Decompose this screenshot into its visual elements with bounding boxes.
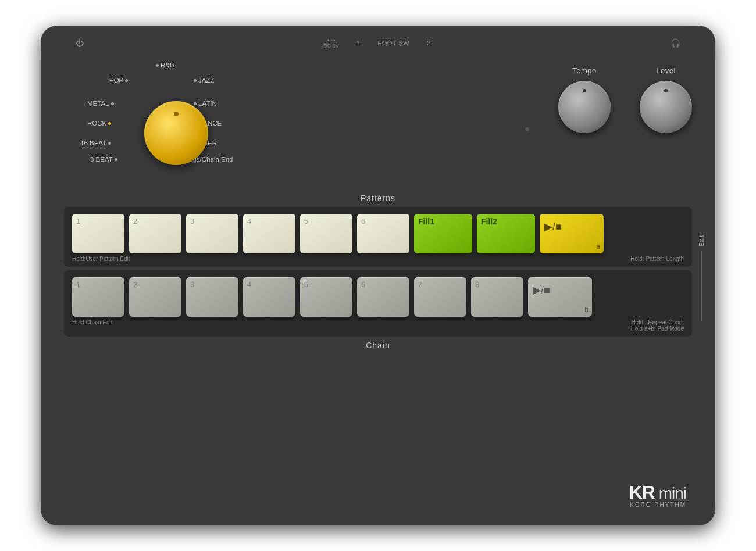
chain-btn-2[interactable]: 2 (129, 277, 181, 317)
patterns-label-text: Patterns (361, 194, 395, 203)
hold-right-info: Hold : Repeat Count Hold a+b: Pad Mode (631, 319, 684, 332)
button-rows-wrapper: 1 2 3 4 5 6 (64, 207, 692, 350)
btn-6-label: 6 (361, 217, 365, 226)
hold-pad-mode-label: Hold a+b: Pad Mode (631, 325, 684, 332)
power-icon: ⏻ (76, 38, 84, 48)
pattern-btn-4[interactable]: 4 (243, 214, 295, 253)
style-dot-jazz (194, 79, 197, 82)
play-stop-a-button[interactable]: ▶/■ a (540, 214, 604, 253)
hold-repeat-label: Hold : Repeat Count (631, 319, 684, 325)
style-selector: R&B POP JAZZ METAL L (64, 60, 262, 183)
chain-3-label: 3 (190, 280, 194, 289)
chain-btn-3[interactable]: 3 (186, 277, 238, 317)
top-edge: ⏻ ⬧⊸⬧ DC 9V 1 FOOT SW 2 🎧 (41, 26, 715, 55)
fill2-label: Fill2 (481, 217, 497, 226)
level-knob[interactable] (640, 81, 692, 133)
chain-1-label: 1 (76, 280, 80, 289)
hold-chain-label: Hold:Chain Edit (72, 319, 112, 332)
dc-label: ⬧⊸⬧ DC 9V (323, 37, 339, 49)
chain-7-label: 7 (418, 280, 422, 289)
pattern-btn-5[interactable]: 5 (300, 214, 352, 253)
chain-4-label: 4 (247, 280, 251, 289)
btn-1-label: 1 (76, 217, 80, 226)
hold-pattern-length-label: Hold: Pattern Length (630, 256, 684, 262)
pattern-btn-2[interactable]: 2 (129, 214, 181, 253)
chain-row-container: 1 2 3 4 5 6 (64, 270, 692, 337)
logo-mini-text: mini (655, 484, 686, 502)
style-label-16beat: 16 BEAT (80, 139, 113, 146)
tempo-knob[interactable] (558, 81, 611, 133)
style-label-pop: POP (109, 77, 130, 84)
patterns-row-a-info: Hold:User Pattern Edit Hold: Pattern Len… (72, 256, 684, 262)
device-body: ⏻ ⬧⊸⬧ DC 9V 1 FOOT SW 2 🎧 R&B (41, 26, 715, 525)
style-dot-rnb (156, 64, 159, 67)
logo-kr-text: KR mini (629, 483, 686, 502)
style-label-rnb: R&B (154, 62, 174, 69)
chain-row-b-info: Hold:Chain Edit Hold : Repeat Count Hold… (72, 319, 684, 332)
exit-area: Exit (698, 234, 705, 323)
pattern-btn-3[interactable]: 3 (186, 214, 238, 253)
btn-5-label: 5 (304, 217, 308, 226)
chain-btn-5[interactable]: 5 (300, 277, 352, 317)
play-stop-b-sublabel: b (584, 306, 589, 314)
fill2-button[interactable]: Fill2 (477, 214, 535, 253)
chain-btn-7[interactable]: 7 (414, 277, 466, 317)
style-knob[interactable] (144, 101, 208, 165)
fill1-label: Fill1 (418, 217, 434, 226)
chain-btn-8[interactable]: 8 (471, 277, 523, 317)
footsw-1-label: 1 (356, 40, 361, 46)
dc-connector-icon: ⬧⊸⬧ (327, 37, 336, 43)
play-stop-b-icon: ▶/■ (533, 284, 550, 296)
btn-3-label: 3 (190, 217, 194, 226)
chain-6-label: 6 (361, 280, 365, 289)
chain-btn-6[interactable]: 6 (357, 277, 409, 317)
style-label-latin: LATIN (192, 100, 217, 107)
chain-section-label: Chain (64, 340, 692, 350)
chain-2-label: 2 (133, 280, 137, 289)
hold-user-pattern-label: Hold:User Pattern Edit (72, 256, 130, 262)
style-knob-area: R&B POP JAZZ METAL L (64, 60, 262, 177)
footsw-2-label: 2 (427, 40, 431, 46)
level-label: Level (656, 66, 676, 75)
style-label-rock: ROCK (87, 120, 113, 127)
footsw-label: FOOT SW (377, 40, 409, 46)
btn-2-label: 2 (133, 217, 137, 226)
logo-subtitle: KORG RHYTHM (629, 502, 686, 508)
play-stop-a-icon: ▶/■ (544, 220, 562, 233)
chain-5-label: 5 (304, 280, 308, 289)
logo-kr-letters: KR (629, 482, 655, 503)
chain-btn-4[interactable]: 4 (243, 277, 295, 317)
logo-area: KR mini KORG RHYTHM (629, 483, 686, 508)
style-label-jazz: JAZZ (192, 77, 214, 84)
chain-row-b: 1 2 3 4 5 6 (72, 277, 684, 317)
patterns-row-a: 1 2 3 4 5 6 (72, 214, 684, 253)
upper-section: R&B POP JAZZ METAL L (64, 60, 692, 183)
exit-label: Exit (698, 234, 705, 246)
tempo-section: Tempo (558, 66, 611, 133)
chain-btn-1[interactable]: 1 (72, 277, 124, 317)
dc-voltage-label: DC 9V (323, 43, 339, 49)
style-dot-rock (108, 122, 111, 125)
chain-8-label: 8 (475, 280, 479, 289)
main-panel: R&B POP JAZZ METAL L (41, 55, 715, 525)
led-indicator (525, 127, 529, 131)
top-edge-center: ⬧⊸⬧ DC 9V 1 FOOT SW 2 (323, 37, 430, 49)
headphone-icon: 🎧 (671, 38, 680, 48)
btn-4-label: 4 (247, 217, 251, 226)
style-dot-pop (125, 79, 128, 82)
style-dot-latin (194, 102, 197, 105)
tempo-label: Tempo (572, 66, 597, 75)
patterns-row-container: 1 2 3 4 5 6 (64, 207, 692, 267)
style-dot-8beat (115, 158, 117, 161)
play-stop-b-button[interactable]: ▶/■ b (528, 277, 592, 317)
pattern-btn-1[interactable]: 1 (72, 214, 124, 253)
style-label-metal: METAL (87, 100, 116, 107)
play-stop-a-sublabel: a (596, 242, 600, 251)
style-dot-16beat (108, 142, 111, 145)
style-dot-metal (111, 102, 114, 105)
level-section: Level (640, 66, 692, 133)
patterns-section-label: Patterns (64, 193, 692, 203)
chain-label-text: Chain (366, 341, 390, 350)
fill1-button[interactable]: Fill1 (414, 214, 472, 253)
pattern-btn-6[interactable]: 6 (357, 214, 409, 253)
